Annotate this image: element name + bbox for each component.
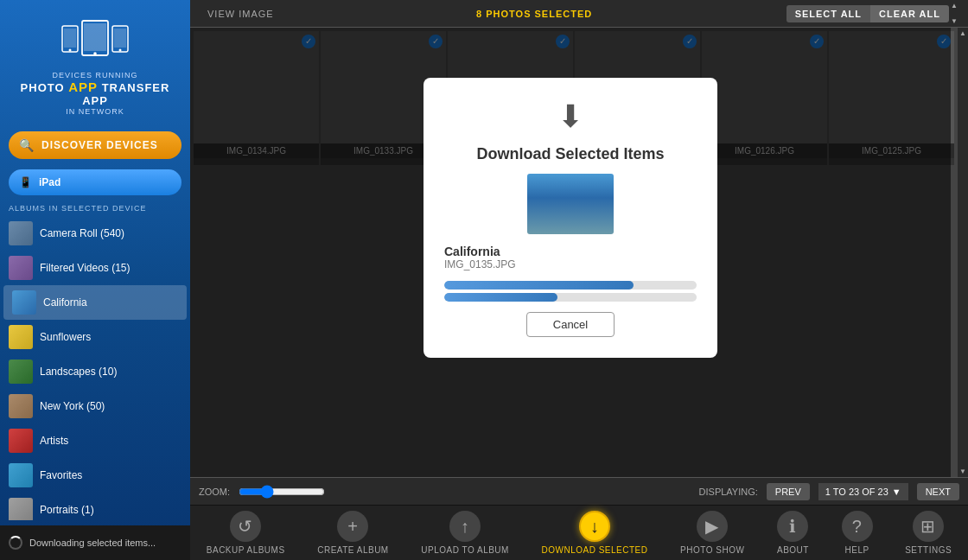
next-button[interactable]: NEXT [917,483,959,500]
page-display: 1 TO 23 OF 23 ▼ [818,483,908,500]
tablet-icon: 📱 [19,176,32,188]
dialog-file-name: IMG_0135.JPG [444,258,697,270]
status-text: Downloading selected items... [29,538,156,548]
progress-fill-1 [444,281,634,290]
progress-bar-1 [444,281,697,290]
album-thumb-newyork [9,394,33,418]
scroll-up-arrow[interactable]: ▲ [951,2,958,10]
top-bar: VIEW IMAGE 8 PHOTOS SELECTED SELECT ALL … [190,0,968,28]
sidebar-item-sunflower[interactable]: Sunflowers [0,320,190,354]
album-label-california: California [43,296,87,309]
toolbar-item-upload[interactable]: ↑UPLOAD TO ALBUM [414,511,516,555]
toolbar-icon-photoshow: ▶ [697,511,728,542]
toolbar-item-about[interactable]: ℹABOUT [770,511,816,555]
photos-selected-count: 8 PHOTOS SELECTED [476,9,592,19]
album-label-newyork: New York (50) [40,400,105,412]
toolbar-icon-settings: ⊞ [913,511,944,542]
toolbar-label-settings: SETTINGS [905,545,952,555]
ipad-button[interactable]: 📱 iPad [9,169,182,195]
progress-fill-2 [444,293,557,302]
toolbar-item-help[interactable]: ?HELP [835,511,880,555]
grid-scroll-down[interactable]: ▼ [959,468,966,475]
svg-point-5 [93,52,97,55]
svg-rect-4 [84,23,106,51]
album-label-sunflower: Sunflowers [40,331,91,343]
sidebar-item-filter[interactable]: Filtered Videos (15) [0,251,190,285]
album-label-camera: Camera Roll (540) [40,227,124,239]
download-dialog: ⬇ Download Selected Items California IMG… [424,78,717,358]
album-label-favorites: Favorites [40,469,82,481]
dialog-title: Download Selected Items [476,145,664,163]
app-name: PHOTO APP TRANSFER APP [9,80,182,107]
sidebar-item-landscapes[interactable]: Landscapes (10) [0,354,190,389]
bottom-toolbar: ↺BACKUP ALBUMS+CREATE ALBUM↑UPLOAD TO AL… [190,505,968,560]
toolbar-item-settings[interactable]: ⊞SETTINGS [898,511,958,555]
toolbar-item-photoshow[interactable]: ▶PHOTO SHOW [673,511,751,555]
progress-bar-2 [444,293,697,302]
search-icon: 🔍 [19,138,35,152]
svg-rect-7 [114,29,126,48]
toolbar-item-backup[interactable]: ↺BACKUP ALBUMS [200,511,292,555]
progress-container [444,281,697,302]
toolbar-icon-upload: ↑ [449,511,481,542]
album-label-landscapes: Landscapes (10) [40,366,117,378]
toolbar-label-backup: BACKUP ALBUMS [207,545,285,555]
sidebar-item-favorites[interactable]: Favorites [0,458,190,493]
svg-point-2 [69,49,72,52]
album-thumb-camera [9,221,33,245]
sidebar-item-artists[interactable]: Artists [0,423,190,458]
loading-spinner [9,536,22,550]
device-icons [9,17,182,64]
album-thumb-portraits [9,498,33,520]
album-list: Camera Roll (540)Filtered Videos (15)Cal… [0,216,190,520]
displaying-label: DISPLAYING: [699,487,758,497]
clear-all-button[interactable]: CLEAR ALL [870,5,949,22]
album-thumb-artists [9,429,33,453]
toolbar-icon-create: + [337,511,368,542]
album-thumb-filter [9,256,33,280]
grid-scroll-up[interactable]: ▲ [959,29,966,37]
toolbar-icon-help: ? [842,511,873,542]
toolbar-item-download[interactable]: ↓DOWNLOAD SELECTED [535,511,655,555]
download-icon: ⬇ [557,99,583,135]
toolbar-icon-about: ℹ [777,511,808,542]
album-section: ALBUMS IN SELECTED DEVICE Camera Roll (5… [0,199,190,520]
toolbar-label-about: ABOUT [777,545,809,555]
album-thumb-california [12,290,36,315]
devices-text: DEVICES RUNNING [9,71,182,80]
svg-rect-1 [64,29,76,48]
album-thumb-sunflower [9,325,33,349]
sidebar-item-california[interactable]: California [3,285,187,320]
album-label-filter: Filtered Videos (15) [40,262,131,274]
toolbar-label-photoshow: PHOTO SHOW [680,545,744,555]
toolbar-label-help: HELP [844,545,869,555]
album-thumb-favorites [9,463,33,487]
toolbar-label-create: CREATE ALBUM [317,545,389,555]
album-thumb-landscapes [9,360,33,384]
toolbar-label-upload: UPLOAD TO ALBUM [421,545,509,555]
svg-point-8 [119,49,122,52]
album-info: California IMG_0135.JPG [444,245,697,270]
toolbar-icon-backup: ↺ [230,511,261,542]
album-label-portraits: Portraits (1) [40,504,94,516]
sidebar-header: DEVICES RUNNING PHOTO APP TRANSFER APP I… [0,0,190,124]
zoom-bar: ZOOM: DISPLAYING: PREV 1 TO 23 OF 23 ▼ N… [190,477,968,505]
view-image-button[interactable]: VIEW IMAGE [199,9,283,19]
status-bar: Downloading selected items... [0,525,190,560]
scroll-down-arrow[interactable]: ▼ [951,17,958,25]
sidebar-item-camera[interactable]: Camera Roll (540) [0,216,190,251]
select-all-button[interactable]: SELECT ALL [786,5,870,22]
zoom-slider[interactable] [239,485,325,499]
album-label-artists: Artists [40,435,68,447]
sidebar: DEVICES RUNNING PHOTO APP TRANSFER APP I… [0,0,190,560]
discover-devices-button[interactable]: 🔍 DISCOVER DEVICES [9,131,182,159]
toolbar-item-create[interactable]: +CREATE ALBUM [310,511,396,555]
sidebar-item-portraits[interactable]: Portraits (1) [0,493,190,520]
download-dialog-overlay: ⬇ Download Selected Items California IMG… [190,28,951,477]
cancel-button[interactable]: Cancel [526,312,615,337]
prev-button[interactable]: PREV [767,483,810,500]
dropdown-arrow[interactable]: ▼ [892,487,901,497]
main-area: VIEW IMAGE 8 PHOTOS SELECTED SELECT ALL … [190,0,968,560]
dialog-album-name: California [444,245,697,258]
sidebar-item-newyork[interactable]: New York (50) [0,389,190,423]
